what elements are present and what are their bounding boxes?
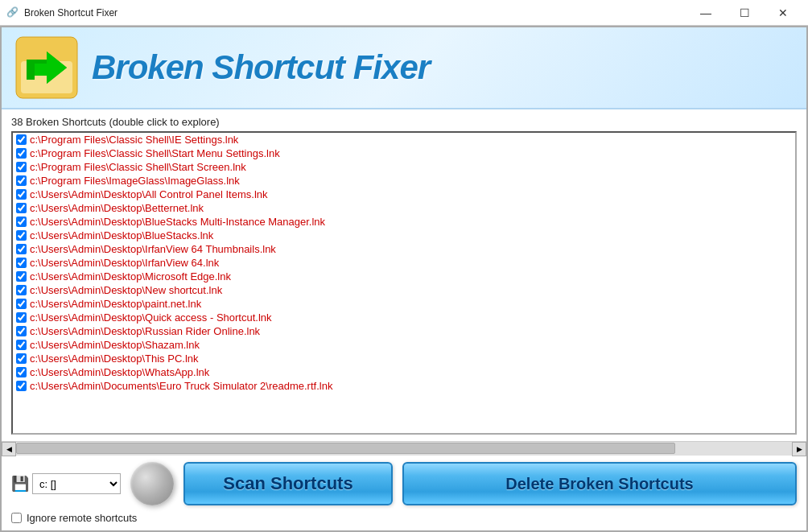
drive-icon: 💾: [11, 475, 29, 493]
delete-button[interactable]: Delete Broken Shortcuts: [402, 462, 797, 505]
item-label: c:\Users\Admin\Desktop\IrfanView 64 Thum…: [30, 243, 276, 255]
list-item[interactable]: c:\Users\Admin\Desktop\BlueStacks.lnk: [13, 229, 795, 242]
item-label: c:\Users\Admin\Desktop\IrfanView 64.lnk: [30, 257, 219, 269]
drive-dropdown[interactable]: c: [] d: [] e: []: [32, 473, 121, 494]
scroll-left-button[interactable]: ◀: [2, 442, 16, 456]
item-checkbox[interactable]: [16, 244, 27, 254]
item-label: c:\Users\Admin\Desktop\Russian Rider Onl…: [30, 325, 260, 337]
maximize-button[interactable]: ☐: [726, 0, 763, 26]
horizontal-scrollbar[interactable]: ◀ ▶: [2, 441, 806, 456]
scan-button[interactable]: Scan Shortcuts: [183, 462, 393, 505]
close-button[interactable]: ✕: [765, 0, 802, 26]
ignore-checkbox[interactable]: [11, 513, 22, 523]
item-checkbox[interactable]: [16, 285, 27, 295]
list-label: 38 Broken Shortcuts (double click to exp…: [11, 116, 797, 128]
scroll-track: [16, 442, 792, 456]
list-item[interactable]: c:\Users\Admin\Desktop\Russian Rider Onl…: [13, 324, 795, 338]
item-checkbox[interactable]: [16, 134, 27, 145]
item-checkbox[interactable]: [16, 162, 27, 172]
bottom-toolbar: 💾 c: [] d: [] e: [] Scan Shortcuts Delet…: [2, 456, 806, 512]
list-item[interactable]: c:\Users\Admin\Desktop\IrfanView 64.lnk: [13, 256, 795, 270]
item-label: c:\Users\Admin\Desktop\WhatsApp.lnk: [30, 366, 209, 378]
item-checkbox[interactable]: [16, 189, 27, 200]
title-bar-controls: — ☐ ✕: [687, 0, 802, 26]
list-item[interactable]: c:\Users\Admin\Desktop\Quick access - Sh…: [13, 311, 795, 324]
item-label: c:\Users\Admin\Desktop\New shortcut.lnk: [30, 284, 222, 296]
list-item[interactable]: c:\Users\Admin\Desktop\IrfanView 64 Thum…: [13, 242, 795, 256]
list-item[interactable]: c:\Program Files\ImageGlass\ImageGlass.l…: [13, 174, 795, 188]
item-checkbox[interactable]: [16, 175, 27, 186]
list-item[interactable]: c:\Program Files\Classic Shell\Start Men…: [13, 146, 795, 160]
item-label: c:\Users\Admin\Desktop\Quick access - Sh…: [30, 311, 272, 324]
item-checkbox[interactable]: [16, 258, 27, 268]
list-item[interactable]: c:\Users\Admin\Desktop\BlueStacks Multi-…: [13, 215, 795, 229]
item-label: c:\Program Files\Classic Shell\Start Scr…: [30, 161, 246, 173]
item-label: c:\Users\Admin\Desktop\BlueStacks.lnk: [30, 229, 213, 241]
options-button[interactable]: [130, 462, 174, 505]
list-item[interactable]: c:\Users\Admin\Desktop\Shazam.lnk: [13, 338, 795, 352]
list-item[interactable]: c:\Users\Admin\Desktop\New shortcut.lnk: [13, 283, 795, 297]
main-window: Broken Shortcut Fixer 38 Broken Shortcut…: [0, 26, 808, 532]
list-item[interactable]: c:\Users\Admin\Desktop\Microsoft Edge.ln…: [13, 270, 795, 283]
app-logo: [14, 35, 79, 100]
content-area: 38 Broken Shortcuts (double click to exp…: [2, 109, 806, 441]
item-checkbox[interactable]: [16, 299, 27, 309]
item-checkbox[interactable]: [16, 312, 27, 323]
item-label: c:\Users\Admin\Desktop\Microsoft Edge.ln…: [30, 270, 231, 282]
item-checkbox[interactable]: [16, 217, 27, 227]
item-checkbox[interactable]: [16, 230, 27, 241]
list-item[interactable]: c:\Users\Admin\Desktop\All Control Panel…: [13, 188, 795, 201]
title-bar-left: 🔗 Broken Shortcut Fixer: [6, 6, 117, 19]
item-checkbox[interactable]: [16, 203, 27, 213]
list-item[interactable]: c:\Users\Admin\Desktop\WhatsApp.lnk: [13, 365, 795, 379]
drive-selector: 💾 c: [] d: [] e: []: [11, 473, 121, 494]
item-label: c:\Program Files\Classic Shell\IE Settin…: [30, 134, 238, 146]
list-item[interactable]: c:\Users\Admin\Desktop\This PC.lnk: [13, 352, 795, 365]
header-banner: Broken Shortcut Fixer: [2, 27, 806, 109]
ignore-label[interactable]: Ignore remote shortcuts: [27, 512, 137, 524]
item-label: c:\Users\Admin\Desktop\Shazam.lnk: [30, 339, 200, 351]
scroll-thumb[interactable]: [16, 443, 675, 454]
app-title: Broken Shortcut Fixer: [92, 48, 430, 87]
item-checkbox[interactable]: [16, 271, 27, 282]
item-label: c:\Program Files\Classic Shell\Start Men…: [30, 147, 280, 159]
list-item[interactable]: c:\Users\Admin\Desktop\paint.net.lnk: [13, 297, 795, 311]
item-checkbox[interactable]: [16, 326, 27, 336]
item-label: c:\Users\Admin\Desktop\All Control Panel…: [30, 188, 268, 200]
item-label: c:\Users\Admin\Desktop\This PC.lnk: [30, 353, 199, 365]
item-label: c:\Users\Admin\Desktop\paint.net.lnk: [30, 298, 201, 310]
list-item[interactable]: c:\Users\Admin\Desktop\Betternet.lnk: [13, 201, 795, 215]
item-checkbox[interactable]: [16, 353, 27, 364]
list-item[interactable]: c:\Program Files\Classic Shell\Start Scr…: [13, 160, 795, 174]
item-checkbox[interactable]: [16, 340, 27, 350]
item-checkbox[interactable]: [16, 148, 27, 159]
minimize-button[interactable]: —: [687, 0, 724, 26]
item-label: c:\Users\Admin\Desktop\BlueStacks Multi-…: [30, 216, 325, 228]
list-item[interactable]: c:\Users\Admin\Documents\Euro Truck Simu…: [13, 379, 795, 393]
scroll-right-button[interactable]: ▶: [792, 442, 806, 456]
item-checkbox[interactable]: [16, 381, 27, 391]
window-title: Broken Shortcut Fixer: [24, 7, 117, 19]
shortcut-list[interactable]: c:\Program Files\Classic Shell\IE Settin…: [11, 131, 797, 435]
item-label: c:\Users\Admin\Desktop\Betternet.lnk: [30, 202, 204, 214]
app-icon: 🔗: [6, 6, 19, 19]
ignore-row: Ignore remote shortcuts: [2, 512, 806, 530]
item-checkbox[interactable]: [16, 367, 27, 377]
item-label: c:\Users\Admin\Documents\Euro Truck Simu…: [30, 380, 332, 392]
list-item[interactable]: c:\Program Files\Classic Shell\IE Settin…: [13, 133, 795, 146]
item-label: c:\Program Files\ImageGlass\ImageGlass.l…: [30, 175, 240, 187]
title-bar: 🔗 Broken Shortcut Fixer — ☐ ✕: [0, 0, 808, 26]
